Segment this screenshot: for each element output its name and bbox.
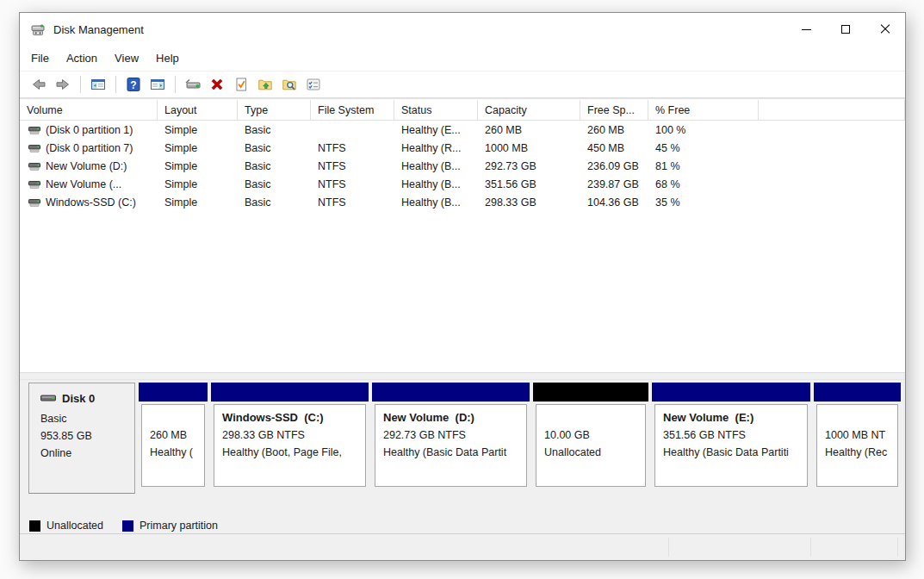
partition-size: 1000 MB NT <box>825 427 897 445</box>
close-icon <box>880 24 890 34</box>
disk-size: 953.85 GB <box>40 427 134 445</box>
volume-icon <box>28 143 40 153</box>
explore-folder-button[interactable] <box>278 74 301 95</box>
volume-name: New Volume (... <box>46 178 121 190</box>
legend: Unallocated Primary partition <box>20 514 905 533</box>
column-header-file-system[interactable]: File System <box>311 100 394 120</box>
table-row[interactable]: Windows-SSD (C:) Simple Basic NTFS Healt… <box>20 193 905 211</box>
volume-name: Windows-SSD (C:) <box>46 196 136 209</box>
partition-recovery[interactable]: 1000 MB NT Healthy (Rec <box>814 383 901 489</box>
column-header-type[interactable]: Type <box>238 100 311 120</box>
partition-status: Healthy (Rec <box>825 445 897 462</box>
cell-status: Healthy (R... <box>394 142 478 154</box>
partition-size: 260 MB <box>150 427 204 445</box>
volume-name: New Volume (D:) <box>46 160 127 172</box>
show-console-tree-button[interactable] <box>87 74 109 95</box>
partition-new-volume-d[interactable]: New Volume (D:) 292.73 GB NTFS Healthy (… <box>372 383 530 489</box>
mark-active-check-button[interactable] <box>230 74 252 95</box>
help-button[interactable]: ? <box>122 74 145 95</box>
volume-icon <box>28 125 40 135</box>
explore-folder-icon <box>281 76 298 93</box>
status-divider <box>668 538 669 557</box>
primary-partition-swatch-icon <box>122 520 133 532</box>
cell-free-space: 104.36 GB <box>580 196 648 209</box>
partition-title: New Volume (D:) <box>383 411 526 427</box>
maximize-button[interactable] <box>826 13 865 46</box>
unallocated-swatch-icon <box>29 520 40 532</box>
table-row[interactable]: (Disk 0 partition 7) Simple Basic NTFS H… <box>20 139 905 157</box>
volume-name: (Disk 0 partition 1) <box>46 124 133 136</box>
column-header-pct-free[interactable]: % Free <box>648 100 759 120</box>
cell-layout: Simple <box>158 160 238 172</box>
volume-name: (Disk 0 partition 7) <box>46 142 133 154</box>
toolbar-separator <box>175 76 176 93</box>
disk-name: Disk 0 <box>62 392 95 405</box>
menu-view[interactable]: View <box>106 47 147 69</box>
cell-capacity: 292.73 GB <box>478 160 580 172</box>
cell-layout: Simple <box>158 178 238 190</box>
partition-windows-ssd-c[interactable]: Windows-SSD (C:) 298.33 GB NTFS Healthy … <box>211 383 369 489</box>
status-bar <box>20 533 905 560</box>
column-header-volume[interactable]: Volume <box>20 100 158 120</box>
disk-management-window: Disk Management File Action View Help <box>19 12 906 561</box>
volume-icon <box>28 161 40 171</box>
table-row[interactable]: New Volume (D:) Simple Basic NTFS Health… <box>20 157 905 175</box>
partition-status: Healthy (Basic Data Partit <box>383 445 526 462</box>
menu-action[interactable]: Action <box>58 47 106 69</box>
open-folder-icon <box>257 76 274 93</box>
cell-file-system: NTFS <box>311 178 394 190</box>
delete-volume-icon <box>208 76 226 93</box>
cell-type: Basic <box>238 196 311 209</box>
properties-checklist-button[interactable] <box>302 74 325 95</box>
cell-pct-free: 45 % <box>648 142 759 154</box>
disk-drive-button[interactable] <box>182 74 204 95</box>
show-action-pane-button[interactable] <box>146 74 169 95</box>
cell-status: Healthy (B... <box>394 196 478 209</box>
menu-help[interactable]: Help <box>147 47 188 69</box>
minimize-button[interactable] <box>786 13 826 46</box>
partition-unallocated[interactable]: 10.00 GB Unallocated <box>533 383 648 489</box>
menu-file[interactable]: File <box>22 47 58 69</box>
partition-color-bar <box>652 383 810 402</box>
table-row[interactable]: (Disk 0 partition 1) Simple Basic Health… <box>20 121 905 139</box>
disk-0-panel[interactable]: Disk 0 Basic 953.85 GB Online <box>28 383 135 494</box>
properties-checklist-icon <box>305 76 322 93</box>
column-header-layout[interactable]: Layout <box>158 100 238 120</box>
column-header-capacity[interactable]: Capacity <box>478 100 580 120</box>
partition-color-bar <box>372 383 530 402</box>
title-bar[interactable]: Disk Management <box>20 13 905 46</box>
back-button[interactable] <box>28 74 50 95</box>
minimize-icon <box>802 29 811 30</box>
cell-capacity: 351.56 GB <box>478 178 580 190</box>
menu-bar: File Action View Help <box>20 46 905 72</box>
partition-new-volume-e[interactable]: New Volume (E:) 351.56 GB NTFS Healthy (… <box>652 383 810 489</box>
forward-button[interactable] <box>52 74 74 95</box>
open-folder-button[interactable] <box>254 74 276 95</box>
partition-color-bar <box>533 383 648 402</box>
partition-strip: 260 MB Healthy ( Windows-SSD (C:) 298.33… <box>139 383 904 514</box>
cell-file-system: NTFS <box>311 142 394 154</box>
column-header-free-space[interactable]: Free Sp... <box>580 100 648 120</box>
disk-type: Basic <box>40 410 134 427</box>
cell-status: Healthy (B... <box>394 160 478 172</box>
disk-management-app-icon <box>31 22 46 36</box>
partition-system[interactable]: 260 MB Healthy ( <box>139 383 208 489</box>
mark-active-check-icon <box>233 76 250 93</box>
volume-icon <box>28 179 40 190</box>
delete-volume-button[interactable] <box>206 74 228 95</box>
table-row[interactable]: New Volume (... Simple Basic NTFS Health… <box>20 175 905 193</box>
window-title: Disk Management <box>53 23 144 36</box>
partition-color-bar <box>211 383 369 402</box>
cell-free-space: 450 MB <box>580 142 648 154</box>
pane-splitter[interactable] <box>20 372 905 380</box>
close-button[interactable] <box>865 13 905 46</box>
toolbar-separator <box>80 76 81 93</box>
cell-capacity: 298.33 GB <box>478 196 580 209</box>
column-header-status[interactable]: Status <box>394 100 478 120</box>
cell-type: Basic <box>238 178 311 190</box>
cell-file-system: NTFS <box>311 196 394 209</box>
partition-title <box>150 411 204 427</box>
partition-size: 10.00 GB <box>544 427 645 445</box>
toolbar-separator <box>115 76 116 93</box>
partition-title: New Volume (E:) <box>663 411 807 427</box>
